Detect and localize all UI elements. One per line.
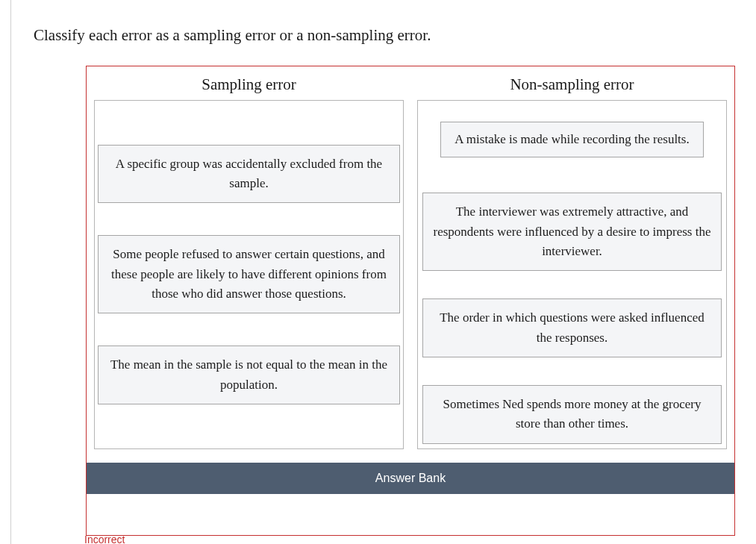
nonsampling-drop-zone[interactable]: A mistake is made while recording the re…: [417, 100, 727, 449]
nonsampling-header: Non-sampling error: [417, 72, 727, 100]
answer-card[interactable]: A specific group was accidentally exclud…: [98, 145, 400, 204]
classification-box: Sampling error A specific group was acci…: [86, 66, 735, 536]
answer-card[interactable]: Sometimes Ned spends more money at the g…: [422, 385, 722, 444]
answer-bank-header[interactable]: Answer Bank: [87, 463, 734, 494]
sampling-drop-zone[interactable]: A specific group was accidentally exclud…: [94, 100, 404, 449]
question-prompt: Classify each error as a sampling error …: [34, 26, 431, 45]
answer-card[interactable]: Some people refused to answer certain qu…: [98, 235, 400, 313]
answer-card[interactable]: The mean in the sample is not equal to t…: [98, 346, 400, 404]
answer-card[interactable]: The interviewer was extremely attractive…: [422, 193, 722, 271]
feedback-label: Incorrect: [84, 534, 125, 544]
nonsampling-column: Non-sampling error A mistake is made whi…: [417, 72, 727, 449]
sampling-column: Sampling error A specific group was acci…: [94, 72, 404, 449]
answer-card[interactable]: The order in which questions were asked …: [422, 298, 722, 357]
answer-bank-body[interactable]: [87, 494, 734, 535]
answer-card[interactable]: A mistake is made while recording the re…: [440, 122, 703, 157]
left-border-divider: [10, 0, 11, 544]
columns-wrapper: Sampling error A specific group was acci…: [87, 66, 734, 463]
sampling-header: Sampling error: [94, 72, 404, 100]
